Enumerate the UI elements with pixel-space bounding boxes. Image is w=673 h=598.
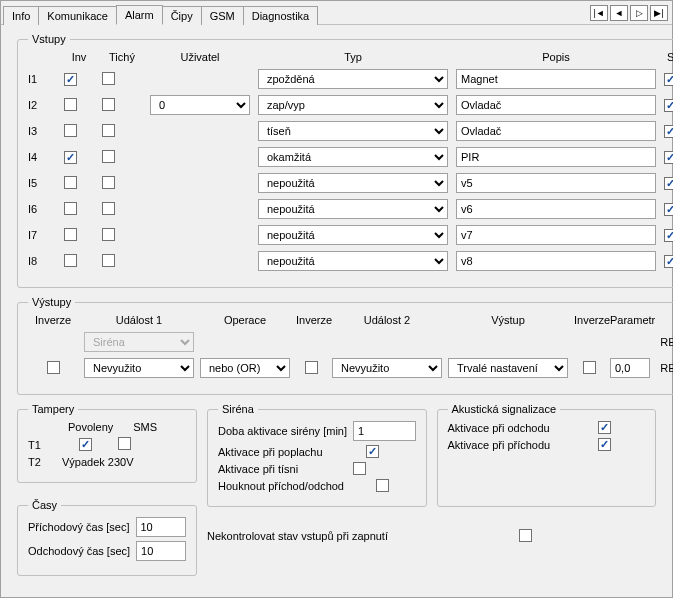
typ-select[interactable]: zpožděná xyxy=(258,69,448,89)
input-row: I7nepoužitá xyxy=(28,225,673,245)
sms-checkbox[interactable] xyxy=(664,99,673,112)
hdr-udalost2: Událost 2 xyxy=(332,314,442,326)
row-id: I6 xyxy=(28,203,56,215)
inv-checkbox[interactable] xyxy=(64,73,77,86)
row-id: I2 xyxy=(28,99,56,111)
prichod-input[interactable] xyxy=(136,517,187,537)
popis-input[interactable] xyxy=(456,95,656,115)
poplach-checkbox[interactable] xyxy=(366,445,379,458)
inv-checkbox[interactable] xyxy=(64,202,77,215)
akust-prichod-label: Aktivace při příchodu xyxy=(448,439,551,451)
tichy-checkbox[interactable] xyxy=(102,202,115,215)
inv-checkbox[interactable] xyxy=(64,228,77,241)
nav-last-icon[interactable]: ▶| xyxy=(650,5,668,21)
typ-select[interactable]: nepoužitá xyxy=(258,225,448,245)
poplach-label: Aktivace při poplachu xyxy=(218,446,323,458)
tisen-checkbox[interactable] xyxy=(353,462,366,475)
vstupy-header: Inv Tichý Uživatel Typ Popis SMS xyxy=(28,51,673,63)
inv-checkbox[interactable] xyxy=(64,176,77,189)
hdr-povoleny: Povoleny xyxy=(68,421,113,433)
sms-checkbox[interactable] xyxy=(664,73,673,86)
nav-prev-icon[interactable]: ◄ xyxy=(610,5,628,21)
doba-input[interactable] xyxy=(353,421,416,441)
tab-alarm[interactable]: Alarm xyxy=(116,5,163,25)
tab-gsm[interactable]: GSM xyxy=(201,6,244,25)
doba-label: Doba aktivace sirény [min] xyxy=(218,425,347,437)
sms-checkbox[interactable] xyxy=(664,203,673,216)
popis-input[interactable] xyxy=(456,121,656,141)
inv-checkbox[interactable] xyxy=(64,151,77,164)
popis-input[interactable] xyxy=(456,173,656,193)
typ-select[interactable]: nepoužitá xyxy=(258,173,448,193)
akust-odchod-checkbox[interactable] xyxy=(598,421,611,434)
odchod-label: Odchodový čas [sec] xyxy=(28,545,130,557)
typ-select[interactable]: zap/vyp xyxy=(258,95,448,115)
sms-checkbox[interactable] xyxy=(664,229,673,242)
popis-input[interactable] xyxy=(456,251,656,271)
typ-select[interactable]: nepoužitá xyxy=(258,251,448,271)
hdr-operace: Operace xyxy=(200,314,290,326)
t1-povoleny-checkbox[interactable] xyxy=(79,438,92,451)
hdr-parametr: Parametr xyxy=(610,314,650,326)
sms-checkbox[interactable] xyxy=(664,125,673,138)
nekontrolovat-checkbox[interactable] xyxy=(519,529,532,542)
typ-select[interactable]: nepoužitá xyxy=(258,199,448,219)
hdr-inv: Inv xyxy=(64,51,94,63)
legend-tampery: Tampery xyxy=(28,403,78,415)
legend-sirena: Siréna xyxy=(218,403,258,415)
tichy-checkbox[interactable] xyxy=(102,72,115,85)
hdr-udalost1: Událost 1 xyxy=(84,314,194,326)
houk-checkbox[interactable] xyxy=(376,479,389,492)
tichy-checkbox[interactable] xyxy=(102,150,115,163)
udalost2-select[interactable]: Nevyužito xyxy=(332,358,442,378)
akust-prichod-checkbox[interactable] xyxy=(598,438,611,451)
popis-input[interactable] xyxy=(456,199,656,219)
inv-checkbox[interactable] xyxy=(64,124,77,137)
group-vystupy: Výstupy Inverze Událost 1 Operace Inverz… xyxy=(17,296,673,395)
hdr-typ: Typ xyxy=(258,51,448,63)
sms-checkbox[interactable] xyxy=(664,177,673,190)
hdr-sms: SMS xyxy=(664,51,673,63)
inv-checkbox[interactable] xyxy=(64,98,77,111)
hdr-uzivatel: Uživatel xyxy=(150,51,250,63)
operace-select[interactable]: nebo (OR) xyxy=(200,358,290,378)
t1-sms-checkbox[interactable] xyxy=(118,437,131,450)
input-row: I3tíseň xyxy=(28,121,673,141)
popis-input[interactable] xyxy=(456,225,656,245)
tab-info[interactable]: Info xyxy=(3,6,39,25)
odchod-input[interactable] xyxy=(136,541,186,561)
akust-odchod-label: Aktivace při odchodu xyxy=(448,422,550,434)
tab-čipy[interactable]: Čipy xyxy=(162,6,202,25)
inv-checkbox[interactable] xyxy=(64,254,77,267)
sms-checkbox[interactable] xyxy=(664,151,673,164)
row-id: I3 xyxy=(28,125,56,137)
typ-select[interactable]: okamžitá xyxy=(258,147,448,167)
row-id: I8 xyxy=(28,255,56,267)
typ-select[interactable]: tíseň xyxy=(258,121,448,141)
udalost1-select[interactable]: Nevyužito xyxy=(84,358,194,378)
tichy-checkbox[interactable] xyxy=(102,124,115,137)
tichy-checkbox[interactable] xyxy=(102,176,115,189)
vystupy-header: Inverze Událost 1 Operace Inverze Událos… xyxy=(28,314,673,326)
tichy-checkbox[interactable] xyxy=(102,254,115,267)
param-input[interactable] xyxy=(610,358,650,378)
popis-input[interactable] xyxy=(456,147,656,167)
nav-buttons: |◄ ◄ ▷ ▶| xyxy=(590,5,672,21)
tab-diagnostika[interactable]: Diagnostika xyxy=(243,6,318,25)
hdr-popis: Popis xyxy=(456,51,656,63)
tabstrip: InfoKomunikaceAlarmČipyGSMDiagnostika xyxy=(1,1,590,24)
out-inv2-checkbox[interactable] xyxy=(305,361,318,374)
out-inv1-checkbox[interactable] xyxy=(47,361,60,374)
uzivatel-select[interactable]: 0 xyxy=(150,95,250,115)
tab-komunikace[interactable]: Komunikace xyxy=(38,6,117,25)
nav-first-icon[interactable]: |◄ xyxy=(590,5,608,21)
output-row: SirénaRE1 xyxy=(28,332,673,352)
out-inv3-checkbox[interactable] xyxy=(583,361,596,374)
sms-checkbox[interactable] xyxy=(664,255,673,268)
tichy-checkbox[interactable] xyxy=(102,228,115,241)
popis-input[interactable] xyxy=(456,69,656,89)
nav-next-icon[interactable]: ▷ xyxy=(630,5,648,21)
vystup-select[interactable]: Trvalé nastavení xyxy=(448,358,568,378)
input-row: I20zap/vyp xyxy=(28,95,673,115)
tichy-checkbox[interactable] xyxy=(102,98,115,111)
